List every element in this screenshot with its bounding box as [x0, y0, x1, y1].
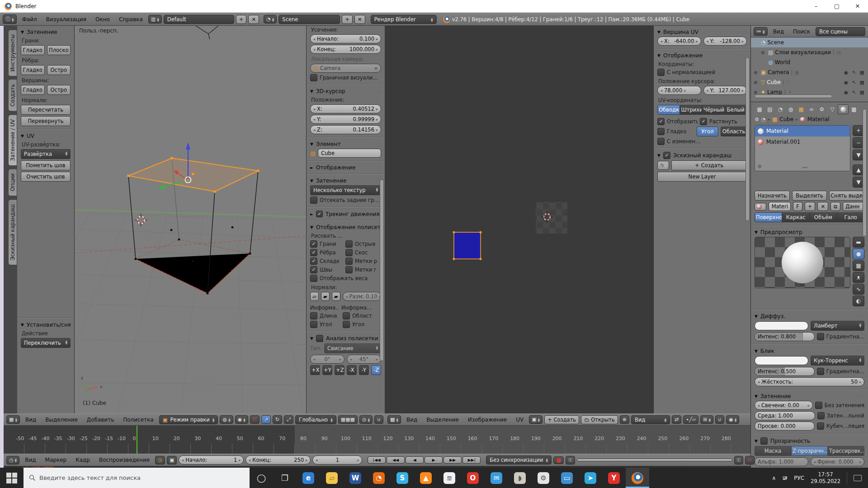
uv-sticky-icon[interactable]: ⊞▲▼	[700, 415, 713, 424]
expand-icon[interactable]: ⊕	[754, 80, 759, 85]
image-pin-icon[interactable]: ⊕	[620, 415, 629, 424]
proportional-edit-icon[interactable]: ◎▲▼	[359, 415, 373, 424]
preview-resize-grip[interactable]: ══	[800, 283, 805, 287]
menu-help[interactable]: Справка	[115, 16, 146, 23]
visibility-icon[interactable]: ◉	[844, 89, 849, 95]
tab-grease-pencil[interactable]: Эскизный карандаш	[9, 199, 17, 265]
orientation-dropdown[interactable]: Глобально▲▼	[295, 415, 336, 424]
keying-set-icon[interactable]: ⚿	[566, 456, 575, 465]
tab-options[interactable]: Опции	[9, 169, 17, 196]
camera-object[interactable]	[196, 26, 218, 39]
recalculate-button[interactable]: Пересчитать	[21, 105, 71, 115]
normals-size-field[interactable]: ◂Разм: 0.10▸	[343, 292, 381, 301]
show-other-objects-checkbox[interactable]: ✓	[657, 118, 665, 125]
viewport-shading-icon[interactable]: ◍▲▼	[220, 415, 233, 424]
outliner-filter-dropdown[interactable]: Все сцены	[816, 27, 865, 36]
taskbar-app-cortana[interactable]: ◯	[250, 468, 273, 488]
tl-menu-playback[interactable]: Воспроизведение	[95, 457, 153, 463]
uv-menu-image[interactable]: Изображение	[464, 417, 510, 423]
select-button[interactable]: Выделить	[792, 191, 827, 201]
taskbar-app-telegram[interactable]: ➤	[579, 468, 602, 488]
edge-length-checkbox[interactable]	[310, 312, 317, 319]
scene-add-button[interactable]: +	[342, 15, 353, 24]
transparency-mode-tab-2[interactable]: Трассировк…	[828, 446, 864, 456]
draw-face-marks-checkbox[interactable]	[345, 266, 353, 273]
tangent-checkbox[interactable]	[817, 412, 825, 419]
frame-start-field[interactable]: ◂Начало:1▸	[179, 455, 244, 465]
renderability-icon[interactable]: ▦	[860, 80, 864, 85]
tab-scene-icon[interactable]: ◔	[775, 105, 785, 114]
next-keyframe-button[interactable]: ▶▶	[443, 456, 462, 464]
grease-pencil-checkbox[interactable]: ✓	[663, 152, 670, 159]
tl-menu-view[interactable]: Вид	[21, 457, 39, 463]
layout-selector[interactable]: Default	[164, 15, 234, 24]
uv-cursor-x-field[interactable]: ◂78.000▸	[657, 86, 701, 95]
shadeless-checkbox[interactable]	[815, 402, 822, 409]
outliner-menu-search[interactable]: Поиск	[789, 28, 814, 35]
cursor-x-field[interactable]: ◂X:0.40512▸	[310, 104, 381, 113]
tab-render-icon[interactable]: ▦	[755, 105, 764, 114]
mesh-analysis-checkbox[interactable]	[316, 335, 323, 342]
breadcrumb-object[interactable]: Cube	[779, 116, 793, 122]
rotate-manipulator-icon[interactable]: ↻	[273, 415, 282, 424]
expand-icon[interactable]: ⊕	[761, 50, 766, 55]
expand-icon[interactable]: ⊕	[754, 90, 759, 95]
diffuse-shader-dropdown[interactable]: Ламберт▲▼	[811, 321, 864, 331]
material-type-tab-3[interactable]: Гало	[837, 212, 864, 222]
grease-pencil-new-button[interactable]: +Создать	[671, 160, 747, 170]
insert-key-icon[interactable]: ⚿	[734, 456, 743, 465]
uv-snap-icon[interactable]: ∪	[715, 415, 724, 424]
npanel-scrollbar[interactable]	[380, 179, 384, 361]
analysis-max-field[interactable]: ◂45°▸	[347, 355, 381, 364]
tray-chevron-icon[interactable]: ∧	[772, 475, 776, 481]
material-type-tab-2[interactable]: Объём	[810, 212, 837, 222]
screen-layout-icon[interactable]: ▥▲▼	[148, 15, 162, 23]
cursor-z-field[interactable]: ◂Z:0.14156▸	[310, 125, 381, 134]
expand-icon[interactable]: ⊕	[754, 70, 759, 75]
texture-mode-dropdown[interactable]: Несколько текстур▲▼	[310, 185, 381, 195]
taskbar-app-notepad[interactable]: ≡	[438, 468, 461, 488]
tab-data-icon[interactable]: ▽	[827, 105, 837, 114]
draw-edge-marks-checkbox[interactable]	[345, 258, 353, 265]
emit-field[interactable]: ◂Свечени: 0.00▸	[755, 401, 813, 410]
tab-render-layers-icon[interactable]: ▤	[765, 105, 775, 114]
backface-cull-checkbox[interactable]	[310, 197, 317, 204]
selectability-icon[interactable]: ↖	[852, 89, 856, 95]
tl-menu-marker[interactable]: Маркер	[42, 457, 71, 463]
translate-manipulator-icon[interactable]: ↗	[261, 415, 271, 424]
draw-sharp-checkbox[interactable]	[345, 240, 353, 248]
cubic-checkbox[interactable]	[817, 422, 824, 430]
fake-user-button[interactable]: F	[793, 202, 802, 211]
uv-menu-view[interactable]: Вид	[403, 417, 421, 423]
language-indicator[interactable]: РУС	[794, 475, 804, 481]
material-slot[interactable]: Material.001	[755, 136, 850, 147]
axis-button-mY[interactable]: -Y	[359, 365, 369, 375]
taskbar-app-this-pc[interactable]: ▭	[555, 468, 579, 488]
new-layer-button[interactable]: New Layer	[657, 172, 747, 182]
uv-pivot-icon[interactable]: ◉▲▼	[726, 415, 739, 424]
minimize-button[interactable]: –	[806, 0, 826, 12]
uv-vertex-x-field[interactable]: ◂X:-640.00▸	[657, 37, 701, 46]
preview-flat-button[interactable]: ▬	[853, 237, 864, 248]
v3d-menu-add[interactable]: Добавить	[83, 417, 118, 423]
unlink-material-button[interactable]: ✕	[817, 202, 828, 211]
analysis-type-dropdown[interactable]: Свисание▲▼	[324, 343, 381, 353]
renderability-icon[interactable]: ▦	[860, 70, 864, 75]
outliner-row-world[interactable]: ◍World	[751, 57, 868, 67]
draw-faces-checkbox[interactable]: ✓	[310, 240, 317, 248]
preview-monkey-button[interactable]: ᴥ	[853, 272, 864, 283]
outliner-row-scene[interactable]: ◔Scene	[751, 38, 868, 47]
taskbar-app-file-explorer[interactable]: ▱	[320, 468, 344, 488]
shade-smooth-button[interactable]: Гладко	[21, 45, 45, 55]
renderability-icon[interactable]: ▦	[860, 89, 864, 95]
hardness-field[interactable]: ◂Жёсткость:50▸	[755, 377, 864, 386]
selectability-icon[interactable]: ↖	[852, 70, 856, 75]
outliner-row-camera[interactable]: ⊕▣Camera|▣◉↖▦	[751, 67, 868, 77]
grease-pencil-draw-icon[interactable]: ✎▲▼	[657, 161, 669, 170]
preview-sphere-button[interactable]: ●	[853, 249, 864, 259]
face-normals-toggle[interactable]: ▰	[332, 292, 340, 301]
tab-material-icon[interactable]	[838, 104, 849, 114]
uv-menu-uvs[interactable]: UV	[512, 417, 527, 423]
autokey-record-icon[interactable]: ⬤	[553, 456, 564, 464]
render-border-checkbox[interactable]	[310, 74, 317, 81]
